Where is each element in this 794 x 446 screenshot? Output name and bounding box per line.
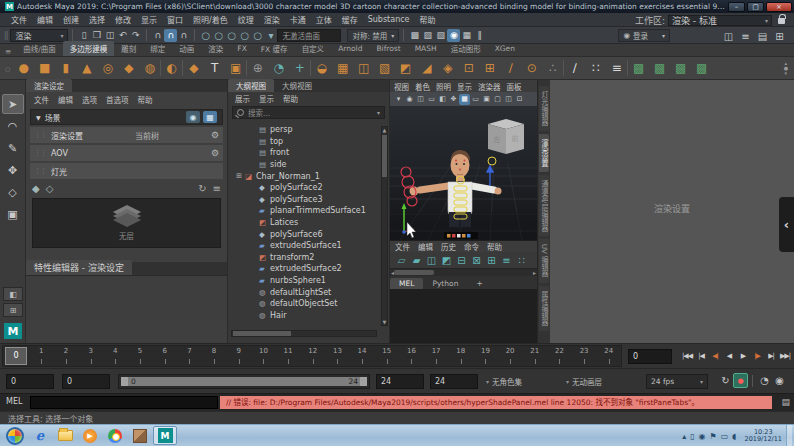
command-language-toggle[interactable]: MEL <box>6 397 22 406</box>
script-editor-icon[interactable]: ▤ <box>781 397 790 407</box>
clear-all-icon[interactable]: ⊞ <box>484 254 499 267</box>
create-layer-icon[interactable]: ◇ <box>46 183 54 194</box>
shelf-tab[interactable]: 曲线/曲面 <box>16 41 63 56</box>
3d-app-icon[interactable] <box>128 426 152 445</box>
type-text-icon[interactable]: T <box>204 58 225 79</box>
menu-item[interactable]: 帮助 <box>415 14 441 25</box>
current-time-field[interactable]: 0 <box>628 349 672 364</box>
snap-to-points-icon[interactable]: ∩ <box>177 29 190 42</box>
grid-toggle-icon[interactable]: ▦ <box>203 111 217 123</box>
character-set-selector[interactable]: ▾ 无角色集 <box>486 374 522 389</box>
dock-vertical-tab[interactable]: UV 编辑器 <box>539 239 549 282</box>
script-tab[interactable]: MEL <box>390 278 423 289</box>
menu-item[interactable]: 选项 <box>82 94 97 105</box>
save-scene-icon[interactable]: ◫ <box>103 29 116 42</box>
sign-in-button[interactable]: ◉ 登录 ▾ <box>618 29 670 42</box>
list-view-icon[interactable]: ▤ <box>754 30 771 43</box>
smooth-icon[interactable]: ▧ <box>374 58 395 79</box>
shelf-grip[interactable]: ○ <box>5 65 10 72</box>
construction-history-icon[interactable]: ○ <box>238 29 251 42</box>
gear-icon[interactable]: ⚙ <box>211 130 219 140</box>
scrollbar-thumb[interactable] <box>382 135 387 177</box>
insert-edge-loop-icon[interactable]: ∷ <box>585 58 606 79</box>
shelf-tab[interactable]: Bifrost <box>369 42 407 55</box>
step-forward-key-button[interactable]: |▶ <box>750 348 764 364</box>
shelf-scroll-arrow[interactable]: ▾ <box>785 71 788 76</box>
title-bar[interactable]: M Autodesk Maya 2019: C:\Program Files (… <box>0 0 794 13</box>
workspace-selector[interactable]: 渲染 - 标准 ▾ <box>668 15 772 26</box>
connect-icon[interactable]: ∴ <box>542 58 563 79</box>
render-setup-row[interactable]: ⋮⋮ AOV ⚙ <box>30 145 223 161</box>
layer-option-icon[interactable]: ↻ <box>198 183 206 194</box>
save-script-icon[interactable]: ◫ <box>424 254 439 267</box>
outliner-item[interactable]: ▤ persp <box>228 124 380 136</box>
boolean-icon[interactable]: ◒ <box>311 58 332 79</box>
command-input[interactable] <box>30 396 218 409</box>
frame-tick[interactable]: 2 <box>54 346 79 366</box>
animation-start-field[interactable]: 0 <box>6 374 54 389</box>
paint-select-tool[interactable]: ✎ <box>2 138 24 158</box>
step-back-key-button[interactable]: ◀| <box>708 348 722 364</box>
svg-tool-icon[interactable]: ▣ <box>225 58 246 79</box>
poly-cone-icon[interactable]: ▲ <box>76 58 97 79</box>
single-pane-layout-button[interactable]: ◧ <box>3 287 23 301</box>
shelf-tab[interactable]: 运动图形 <box>444 41 488 56</box>
move-tool[interactable]: ✥ <box>2 160 24 180</box>
windows-explorer-icon[interactable] <box>53 426 77 445</box>
dock-vertical-tab[interactable]: 渲染设置 <box>539 134 549 172</box>
menu-item[interactable]: 首选项 <box>106 94 129 105</box>
highlight-selection-icon[interactable]: ◫ <box>720 30 737 43</box>
frame-tick[interactable]: 15 <box>374 346 399 366</box>
relax-sculpt-icon[interactable]: ▩ <box>691 58 712 79</box>
menu-item[interactable]: 视图 <box>394 81 409 92</box>
shelf-menu-icon[interactable]: ≡ <box>0 47 16 56</box>
menu-item[interactable]: 编辑 <box>418 241 433 252</box>
anim-layer-selector[interactable]: ▾ 无动画层 <box>566 374 602 389</box>
scroll-down-arrow[interactable]: ▼ <box>382 319 387 325</box>
layer-preview-well[interactable]: 无层 <box>32 198 221 248</box>
range-slider[interactable]: 0 24 <box>118 374 370 389</box>
time-node-icon[interactable]: ◔ <box>268 58 289 79</box>
media-tray-icon[interactable]: ◉ <box>699 432 706 441</box>
clear-input-icon[interactable]: ⊟ <box>454 254 469 267</box>
menu-item[interactable]: 创建 <box>58 14 84 25</box>
frame-tick[interactable]: 14 <box>350 346 375 366</box>
outliner-item[interactable]: ▤ front <box>228 147 380 159</box>
internet-explorer-icon[interactable]: e <box>28 426 52 445</box>
paint-vertex-color-icon[interactable]: ▩ <box>628 58 649 79</box>
minimize-button[interactable]: – <box>728 2 745 12</box>
menu-item[interactable]: 窗口 <box>162 14 188 25</box>
origin-locator-icon[interactable]: + <box>289 58 310 79</box>
outliner-item[interactable]: ◆ polySurface3 <box>228 194 380 206</box>
select-tool[interactable]: ➤ <box>2 94 24 114</box>
shelf-tab[interactable]: FX <box>230 42 253 55</box>
volume-tray-icon[interactable]: ◖ <box>732 432 736 441</box>
active-surface-field[interactable]: 无激活曲面 <box>277 29 341 42</box>
frame-tick[interactable]: 7 <box>177 346 202 366</box>
frame-tick[interactable]: 5 <box>128 346 153 366</box>
open-script-icon[interactable]: ▱ <box>394 254 409 267</box>
load-script-icon[interactable]: ▰ <box>409 254 424 267</box>
quad-draw-icon[interactable]: ⊞ <box>479 58 500 79</box>
frame-tick[interactable]: 9 <box>226 346 251 366</box>
poly-disc-icon[interactable]: ◍ <box>139 58 160 79</box>
field-chart-icon[interactable]: ◫ <box>503 94 514 105</box>
script-tab[interactable]: + <box>467 278 491 289</box>
lasso-tool[interactable]: ◠ <box>2 116 24 136</box>
frame-tick[interactable]: 21 <box>522 346 547 366</box>
layer-option-icon[interactable]: ≡ <box>213 183 221 194</box>
shelf-tab[interactable]: 多边形建模 <box>63 41 115 56</box>
ipr-render-icon[interactable]: ▨ <box>421 29 434 42</box>
poly-sphere-icon[interactable]: ● <box>13 58 34 79</box>
show-desktop-button[interactable] <box>786 425 792 446</box>
resolution-gate-icon[interactable]: ▣ <box>481 94 492 105</box>
play-forward-button[interactable]: ▶ <box>736 348 750 364</box>
redo-icon[interactable]: ↷ <box>129 29 142 42</box>
snap-to-curves-icon[interactable]: ∩ <box>164 29 177 42</box>
collapse-arrow-icon[interactable]: ▼ <box>36 114 41 121</box>
playback-end-field[interactable]: 24 <box>376 374 424 389</box>
line-numbers-icon[interactable]: ∷ <box>514 254 529 267</box>
step-forward-frame-button[interactable]: ▶| <box>764 348 778 364</box>
frame-tick[interactable]: 13 <box>325 346 350 366</box>
outliner-item[interactable]: ◩ transform2 <box>228 252 380 264</box>
